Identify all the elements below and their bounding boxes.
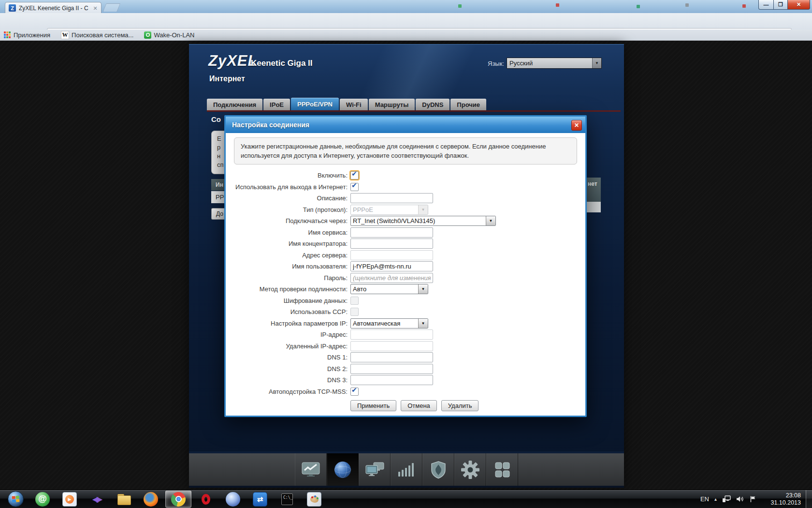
bookmark-label: Wake-On-LAN bbox=[154, 31, 194, 39]
footer-item-system-monitor[interactable] bbox=[295, 453, 327, 486]
chevron-down-icon[interactable]: ▼ bbox=[418, 319, 428, 328]
signal-bars-icon bbox=[395, 460, 418, 479]
chevron-down-icon[interactable]: ▼ bbox=[592, 58, 601, 68]
form-row-protocol: Тип (протокол):PPPoE▼ bbox=[226, 204, 585, 216]
apply-button[interactable]: Применить bbox=[350, 400, 396, 411]
cancel-button[interactable]: Отмена bbox=[401, 400, 437, 411]
form-row-dns1: DNS 1: bbox=[226, 352, 585, 363]
username-input[interactable] bbox=[350, 261, 433, 271]
taskbar-firefox[interactable] bbox=[138, 491, 163, 507]
minimize-button[interactable]: — bbox=[758, 0, 774, 10]
close-button[interactable]: ✕ bbox=[788, 0, 810, 10]
new-tab-button[interactable] bbox=[103, 3, 121, 12]
language-label: Язык: bbox=[488, 60, 504, 67]
footer-item-home-network[interactable] bbox=[359, 453, 391, 486]
tab-divider-line bbox=[207, 110, 621, 112]
taskbar-start[interactable] bbox=[3, 491, 28, 507]
dns3-input[interactable] bbox=[350, 375, 433, 385]
volume-icon[interactable] bbox=[736, 495, 744, 503]
dialog-buttons: ПрименитьОтменаУдалить bbox=[350, 400, 483, 411]
taskbar-chrome[interactable] bbox=[165, 491, 191, 508]
windows-start-orb-icon bbox=[8, 491, 24, 507]
taskbar-teamviewer[interactable]: ⇄ bbox=[247, 491, 273, 507]
background-table-row-right bbox=[587, 202, 601, 212]
show-desktop-button[interactable] bbox=[806, 490, 812, 508]
taskbar-opera[interactable] bbox=[193, 491, 218, 507]
hidden-icons-arrow-icon[interactable]: ▴ bbox=[714, 496, 717, 502]
taskbar-moon-app[interactable] bbox=[220, 491, 246, 507]
footer-item-security[interactable] bbox=[422, 453, 454, 486]
auth-method-select[interactable]: Авто▼ bbox=[350, 284, 428, 294]
tcp-mss-label: Автоподстройка TCP-MSS: bbox=[226, 388, 350, 395]
chart-monitor-icon bbox=[300, 460, 322, 479]
bookmark-search-system[interactable]: WПоисковая система... bbox=[61, 31, 133, 39]
tab-close-icon[interactable]: ✕ bbox=[92, 5, 99, 12]
desktop-icon-speck bbox=[742, 4, 746, 8]
dns1-input[interactable] bbox=[350, 352, 433, 362]
chevron-down-icon[interactable]: ▼ bbox=[418, 284, 428, 294]
delete-button[interactable]: Удалить bbox=[441, 400, 479, 411]
footer-item-applications[interactable] bbox=[486, 453, 518, 486]
ip-settings-select-value: Автоматическая bbox=[351, 320, 418, 327]
connect-via-select-value: RT_Inet (Switch0/VLAN3145) bbox=[351, 217, 486, 224]
tab-routes[interactable]: Маршруты bbox=[369, 99, 415, 110]
folder-icon bbox=[116, 492, 131, 507]
footer-item-internet[interactable] bbox=[327, 453, 359, 486]
footer-item-system[interactable] bbox=[454, 453, 486, 486]
action-center-flag-icon[interactable] bbox=[750, 495, 756, 503]
service-name-input[interactable] bbox=[350, 227, 433, 238]
connect-via-select[interactable]: RT_Inet (Switch0/VLAN3145)▼ bbox=[350, 216, 496, 226]
keyboard-language-indicator[interactable]: EN bbox=[700, 495, 709, 503]
gear-icon bbox=[459, 460, 481, 479]
clock[interactable]: 23:08 31.10.2013 bbox=[761, 492, 801, 507]
taskbar-mailru-agent[interactable]: @ bbox=[30, 491, 55, 507]
language-select[interactable]: Русский ▼ bbox=[507, 58, 602, 69]
maximize-button[interactable]: ❐ bbox=[774, 0, 788, 10]
at-sign-green-icon: @ bbox=[35, 492, 50, 507]
tcp-mss-checkbox[interactable]: ✔ bbox=[350, 388, 359, 396]
window-controls: — ❐ ✕ bbox=[758, 0, 810, 10]
auth-method-select-value: Авто bbox=[351, 285, 418, 293]
terminal-icon: C:\_ bbox=[281, 493, 293, 505]
chevron-down-icon[interactable]: ▼ bbox=[486, 216, 495, 225]
checkmark-icon: ✔ bbox=[351, 181, 357, 189]
username-label: Имя пользователя: bbox=[226, 263, 350, 270]
tab-connections[interactable]: Подключения bbox=[207, 99, 262, 110]
taskbar-command-prompt[interactable]: C:\_ bbox=[275, 491, 300, 507]
enable-checkbox[interactable]: ✔ bbox=[350, 171, 359, 179]
wake-on-lan-icon: O bbox=[144, 31, 151, 39]
bookmark-wake-on-lan[interactable]: OWake-On-LAN bbox=[144, 31, 194, 39]
form-row-dns2: DNS 2: bbox=[226, 363, 585, 375]
bookmark-label: Поисковая система... bbox=[72, 31, 133, 39]
checkmark-icon: ✔ bbox=[351, 170, 357, 178]
browser-tab[interactable]: Z ZyXEL Keenetic Giga II - C ✕ bbox=[5, 2, 102, 14]
form-row-service-name: Имя сервиса: bbox=[226, 227, 585, 239]
tab-wifi[interactable]: Wi-Fi bbox=[340, 99, 368, 110]
tab-dydns[interactable]: DyDNS bbox=[416, 99, 450, 110]
bookmarks-bar: ПриложенияWПоисковая система...OWake-On-… bbox=[0, 30, 812, 41]
use-for-internet-checkbox[interactable]: ✔ bbox=[350, 183, 359, 191]
bookmark-apps[interactable]: Приложения bbox=[4, 31, 50, 39]
description-input[interactable] bbox=[350, 193, 433, 203]
dns2-input[interactable] bbox=[350, 364, 433, 374]
tab-other[interactable]: Прочие bbox=[450, 99, 486, 110]
ip-settings-select[interactable]: Автоматическая▼ bbox=[350, 318, 428, 329]
network-icon[interactable] bbox=[722, 495, 731, 503]
chrome-icon bbox=[171, 492, 186, 507]
tab-ipoe[interactable]: IPoE bbox=[263, 99, 290, 110]
taskbar-media-player[interactable]: ▶ bbox=[57, 491, 82, 507]
taskbar-paint[interactable] bbox=[302, 491, 327, 507]
connection-settings-dialog: Настройка соединения ✕ Укажите регистрац… bbox=[224, 115, 587, 417]
tab-pppoe-vpn[interactable]: PPPoE/VPN bbox=[291, 98, 339, 110]
form-row-use-for-internet: Использовать для выхода в Интернет:✔ bbox=[226, 181, 585, 193]
ip-address-input bbox=[350, 329, 433, 340]
password-input[interactable] bbox=[350, 273, 433, 283]
taskbar-kies[interactable]: ◀▶ bbox=[84, 491, 109, 507]
concentrator-name-input[interactable] bbox=[350, 239, 433, 249]
blue-sphere-icon bbox=[226, 492, 240, 507]
dialog-close-icon[interactable]: ✕ bbox=[571, 120, 582, 131]
footer-item-wifi[interactable] bbox=[391, 453, 422, 486]
taskbar-explorer[interactable] bbox=[111, 491, 136, 507]
dialog-description: Укажите регистрационные данные, необходи… bbox=[234, 137, 577, 164]
computers-icon bbox=[363, 460, 386, 479]
